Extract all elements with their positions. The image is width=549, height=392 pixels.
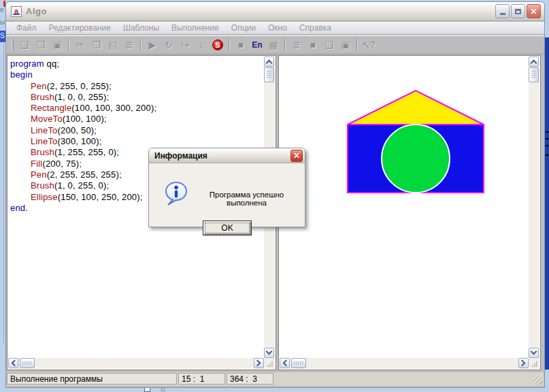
code-line: LineTo(300, 100); — [10, 136, 262, 147]
pane-resize-grip[interactable] — [529, 358, 539, 369]
horizontal-scroll-thumb[interactable] — [291, 358, 306, 368]
console-button[interactable]: ■ — [233, 37, 249, 53]
window-doc-button[interactable]: ▣ — [337, 37, 354, 53]
save-icon: ▣ — [52, 39, 61, 50]
scroll-down-button[interactable] — [264, 348, 274, 358]
status-mode: Выполнение программы — [7, 373, 177, 385]
cut-button[interactable]: ✂ — [72, 37, 88, 53]
background-checkbox-fragment — [144, 387, 150, 392]
vertical-scroll-thumb[interactable] — [264, 67, 274, 82]
toolbar-separator — [140, 38, 142, 52]
copy-icon: ❐ — [93, 39, 101, 50]
background-mark — [546, 131, 548, 133]
tile-windows-button[interactable]: ▦ — [265, 37, 282, 53]
background-mark — [546, 145, 548, 146]
pane-resize-grip[interactable] — [264, 358, 275, 369]
dialog-body: Программа успешно выполнена OK — [149, 163, 305, 227]
cascade-button[interactable]: ❏ — [321, 37, 337, 53]
paste-button[interactable]: ▤ — [105, 37, 121, 53]
code-line: Rectangle(100, 100, 300, 200); — [10, 103, 262, 114]
canvas-vertical-scrollbar[interactable] — [529, 56, 539, 358]
menu-item-3[interactable]: Выполнение — [165, 23, 225, 33]
graphics-canvas-pane[interactable] — [278, 55, 541, 370]
minimize-icon — [500, 13, 505, 15]
horizontal-scroll-thumb[interactable] — [20, 358, 35, 368]
open-file-icon: ❒ — [37, 39, 46, 50]
stop-icon: S — [212, 39, 223, 50]
step-into-icon: ↓ — [199, 39, 204, 50]
chevron-right-icon — [519, 360, 526, 367]
run-restart-icon: ↻ — [165, 39, 173, 50]
info-balloon-icon — [164, 181, 188, 207]
language-en-button[interactable]: En — [249, 37, 265, 53]
algo-app-icon: a — [11, 6, 22, 17]
scroll-right-button[interactable] — [518, 358, 529, 368]
editor-horizontal-scrollbar[interactable] — [8, 358, 264, 369]
chevron-down-icon — [266, 348, 273, 355]
canvas-horizontal-scrollbar[interactable] — [280, 358, 529, 369]
dialog-message: Программа успешно выполнена — [194, 191, 299, 207]
minimize-button[interactable] — [495, 4, 510, 18]
menu-item-0[interactable]: Файл — [10, 23, 43, 33]
code-line: Pen(2, 255, 0, 255); — [10, 81, 262, 92]
code-line: MoveTo(100, 100); — [10, 114, 262, 125]
menu-item-6[interactable]: Справка — [293, 23, 337, 33]
menu-item-4[interactable]: Опции — [225, 23, 262, 33]
format-block-button[interactable]: ≣ — [288, 37, 305, 53]
scroll-up-button[interactable] — [264, 56, 274, 67]
new-file-button[interactable]: ❏ — [16, 37, 33, 53]
close-icon: ✕ — [530, 7, 537, 16]
copy-button[interactable]: ❐ — [88, 37, 105, 53]
stop-button[interactable]: S — [210, 37, 226, 53]
maximize-icon — [515, 9, 521, 14]
block-icon: ■ — [310, 39, 316, 50]
background-window-fragment-right — [545, 0, 549, 392]
menu-item-1[interactable]: Редактирование — [43, 23, 117, 33]
menu-item-5[interactable]: Окно — [262, 23, 293, 33]
status-char-position: 364 : 3 — [227, 373, 273, 385]
close-button[interactable]: ✕ — [527, 4, 541, 18]
window-resize-grip[interactable] — [533, 375, 542, 385]
context-help-button[interactable]: ↖? — [361, 37, 377, 53]
background-navy-strip — [545, 37, 549, 370]
scroll-left-button[interactable] — [280, 358, 290, 368]
cut-icon: ✂ — [76, 39, 84, 50]
run-button[interactable]: ▶ — [144, 37, 161, 53]
maximize-button[interactable] — [511, 4, 525, 18]
background-selected-item-fragment: S — [0, 31, 5, 42]
chevron-left-icon — [283, 360, 290, 367]
run-restart-button[interactable]: ↻ — [161, 37, 177, 53]
status-cursor-position: 15 : 1 — [178, 373, 225, 385]
menu-item-2[interactable]: Шаблоны — [117, 23, 165, 33]
block-button[interactable]: ■ — [305, 37, 321, 53]
step-over-button[interactable]: ↪ — [177, 37, 193, 53]
scroll-up-button[interactable] — [529, 56, 539, 67]
toolbar-separator — [356, 38, 358, 52]
save-button[interactable]: ▣ — [49, 37, 65, 53]
background-window-fragment-left: е ы S — [0, 0, 5, 392]
ok-button[interactable]: OK — [203, 220, 252, 235]
code-line: begin — [10, 69, 262, 80]
scroll-left-button[interactable] — [8, 358, 18, 368]
code-line: Brush(1, 0, 0, 255); — [10, 92, 262, 103]
scroll-down-button[interactable] — [529, 348, 539, 358]
status-bar: Выполнение программы 15 : 1 364 : 3 — [7, 372, 544, 386]
chevron-down-icon — [531, 348, 537, 355]
window-doc-icon: ▣ — [341, 39, 350, 50]
title-bar[interactable]: a Algo ✕ — [6, 2, 544, 21]
step-into-button[interactable]: ↓ — [193, 37, 210, 53]
window-title: Algo — [26, 6, 47, 16]
format-button[interactable]: ≣ — [121, 37, 137, 53]
toolbar-separator — [284, 38, 286, 52]
vertical-scroll-thumb[interactable] — [529, 67, 539, 82]
context-help-icon: ↖? — [362, 39, 376, 50]
dialog-close-button[interactable]: ✕ — [290, 150, 303, 162]
chevron-up-icon — [266, 60, 273, 67]
step-over-icon: ↪ — [181, 39, 189, 50]
chevron-right-icon — [254, 360, 261, 367]
open-file-button[interactable]: ❒ — [33, 37, 49, 53]
dialog-title-bar[interactable]: Информация ✕ — [149, 148, 305, 163]
paste-icon: ▤ — [108, 39, 117, 50]
scroll-right-button[interactable] — [254, 358, 264, 368]
close-icon: ✕ — [293, 151, 300, 161]
